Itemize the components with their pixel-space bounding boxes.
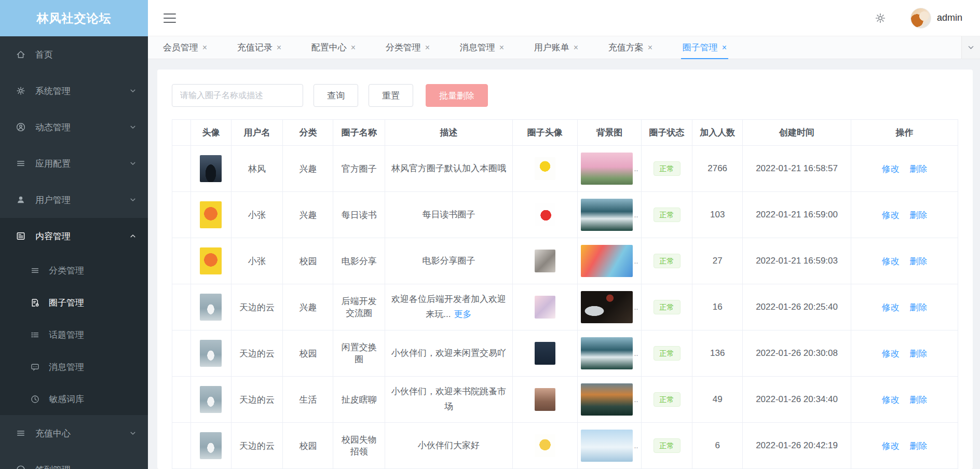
select-column-header[interactable] — [172, 120, 191, 146]
truncation-dots: .. — [634, 349, 638, 357]
sidebar-item-appcfg[interactable]: 应用配置 — [0, 145, 148, 182]
table-row: 天边的云 兴趣 后端开发交流圈 欢迎各位后端开发者加入欢迎来玩...更多 .. … — [172, 284, 958, 330]
edit-link[interactable]: 修改 — [882, 164, 900, 174]
edit-link[interactable]: 修改 — [882, 210, 900, 220]
search-input[interactable] — [172, 84, 303, 107]
sidebar-item-home[interactable]: 首页 — [0, 36, 148, 73]
sidebar-item-label: 内容管理 — [35, 230, 129, 242]
delete-link[interactable]: 删除 — [910, 395, 928, 405]
chevron-down-icon — [129, 160, 137, 167]
delete-link[interactable]: 删除 — [910, 349, 928, 358]
close-icon[interactable]: × — [202, 43, 207, 52]
edit-link[interactable]: 修改 — [882, 441, 900, 451]
edit-link[interactable]: 修改 — [882, 256, 900, 266]
sidebar-item-label: 系统管理 — [35, 85, 129, 97]
close-icon[interactable]: × — [425, 43, 430, 52]
delete-link[interactable]: 删除 — [910, 164, 928, 174]
reset-button[interactable]: 重置 — [369, 84, 413, 107]
sidebar-item-circle[interactable]: 圈子管理 — [0, 286, 148, 319]
tab-分类管理[interactable]: 分类管理 × — [371, 36, 445, 59]
tab-label: 充值记录 — [237, 42, 273, 53]
created-time-cell: 2022-01-26 20:34:40 — [743, 377, 851, 423]
description-text: 小伙伴们，欢迎来闲置交易吖 — [391, 348, 506, 358]
query-button[interactable]: 查询 — [314, 84, 358, 107]
circle-avatar-cell — [512, 238, 578, 284]
hamburger-menu-icon[interactable] — [164, 13, 176, 23]
close-icon[interactable]: × — [648, 43, 652, 52]
content-area: 查询 重置 批量删除 头像用户名分类圈子名称描述圈子头像背景图圈子状态加入人数创… — [148, 59, 980, 469]
app-logo: 林风社交论坛 — [0, 0, 148, 36]
status-cell: 正常 — [641, 330, 692, 377]
sidebar-item-content[interactable]: 内容管理 — [0, 218, 148, 254]
sidebar-item-sensitive[interactable]: 敏感词库 — [0, 383, 148, 415]
user-menu[interactable]: admin — [910, 8, 962, 29]
row-select-cell[interactable] — [172, 146, 191, 192]
created-time-cell: 2022-01-26 20:25:40 — [743, 284, 851, 330]
delete-link[interactable]: 删除 — [910, 256, 928, 266]
circle-avatar-image — [535, 296, 555, 319]
created-time-cell: 2022-01-26 20:30:08 — [743, 330, 851, 377]
sidebar-item-dynamic[interactable]: 动态管理 — [0, 109, 148, 145]
tab-圈子管理[interactable]: 圈子管理 × — [668, 36, 742, 59]
tab-label: 用户账单 — [534, 42, 569, 53]
sidebar-item-recharge[interactable]: 充值中心 — [0, 415, 148, 451]
sidebar: 林风社交论坛 首页 系统管理 动态管理 应用配置 用户管理 内容管理 分类管理 … — [0, 0, 148, 469]
sidebar-item-system[interactable]: 系统管理 — [0, 73, 148, 109]
edit-link[interactable]: 修改 — [882, 395, 900, 405]
tab-充值方案[interactable]: 充值方案 × — [593, 36, 668, 59]
members-count-cell: 2766 — [692, 146, 743, 192]
more-link[interactable]: 更多 — [454, 309, 471, 319]
sidebar-item-category[interactable]: 分类管理 — [0, 254, 148, 286]
row-select-cell[interactable] — [172, 192, 191, 238]
delete-link[interactable]: 删除 — [910, 441, 928, 451]
category-cell: 兴趣 — [283, 192, 333, 238]
chevron-down-icon — [129, 196, 137, 203]
row-select-cell[interactable] — [172, 284, 191, 330]
description-cell: 林风官方圈子默认加入本圈哦 — [385, 146, 512, 192]
delete-link[interactable]: 删除 — [910, 302, 928, 312]
actions-cell: 修改删除 — [851, 284, 958, 330]
tab-充值记录[interactable]: 充值记录 × — [222, 36, 296, 59]
close-icon[interactable]: × — [499, 43, 504, 52]
row-select-cell[interactable] — [172, 377, 191, 423]
row-select-cell[interactable] — [172, 330, 191, 377]
close-icon[interactable]: × — [722, 43, 727, 52]
tab-配置中心[interactable]: 配置中心 × — [296, 36, 371, 59]
circle-name-cell: 官方圈子 — [333, 146, 385, 192]
sidebar-group-content: 内容管理 分类管理 圈子管理 话题管理 消息管理 敏感词库 — [0, 218, 148, 415]
sidebar-item-signin[interactable]: 签到管理 — [0, 451, 148, 469]
actions-cell: 修改删除 — [851, 192, 958, 238]
row-select-cell[interactable] — [172, 238, 191, 284]
menu-icon — [16, 464, 26, 469]
chevron-down-icon — [129, 87, 137, 94]
category-cell: 生活 — [283, 377, 333, 423]
chevron-down-icon — [129, 466, 137, 469]
tab-会员管理[interactable]: 会员管理 × — [148, 36, 222, 59]
background-cell: .. — [578, 377, 642, 423]
category-cell: 校园 — [283, 423, 333, 469]
description-text: 每日读书圈子 — [422, 210, 475, 219]
sidebar-item-topic[interactable]: 话题管理 — [0, 319, 148, 351]
tab-overflow-chevron-icon[interactable] — [961, 36, 980, 59]
sidebar-item-message[interactable]: 消息管理 — [0, 351, 148, 383]
background-image — [581, 430, 633, 462]
batch-delete-button[interactable]: 批量删除 — [426, 84, 488, 107]
close-icon[interactable]: × — [277, 43, 281, 52]
user-avatar-cell — [191, 423, 231, 469]
delete-link[interactable]: 删除 — [910, 210, 928, 220]
username-cell: 小张 — [231, 238, 283, 284]
close-icon[interactable]: × — [574, 43, 578, 52]
edit-link[interactable]: 修改 — [882, 302, 900, 312]
members-count-cell: 103 — [692, 192, 743, 238]
user-avatar-cell — [191, 146, 231, 192]
settings-gear-icon[interactable] — [874, 12, 887, 24]
tab-消息管理[interactable]: 消息管理 × — [445, 36, 519, 59]
description-cell: 小伙伴们大家好 — [385, 423, 512, 469]
close-icon[interactable]: × — [351, 43, 356, 52]
background-cell: .. — [578, 423, 642, 469]
tab-用户账单[interactable]: 用户账单 × — [519, 36, 593, 59]
row-select-cell[interactable] — [172, 423, 191, 469]
truncation-dots: .. — [634, 257, 638, 265]
edit-link[interactable]: 修改 — [882, 349, 900, 358]
sidebar-item-users[interactable]: 用户管理 — [0, 182, 148, 218]
